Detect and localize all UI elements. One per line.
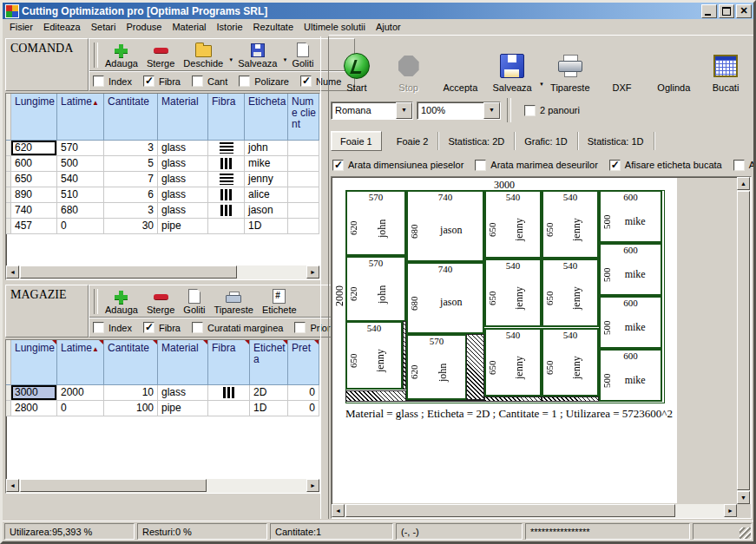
stop-button[interactable]: Stop — [383, 40, 435, 94]
table-cell[interactable]: 0 — [57, 219, 104, 234]
scroll-left-icon[interactable]: ◄ — [332, 504, 345, 517]
checkbox-icon[interactable] — [143, 75, 154, 87]
table-cell[interactable]: glass — [158, 203, 208, 219]
table-cell[interactable]: 30 — [104, 219, 158, 234]
menu-item-produse[interactable]: Produse — [121, 20, 167, 34]
table-cell[interactable]: 10 — [104, 385, 158, 401]
table-cell[interactable] — [288, 156, 319, 172]
table-cell[interactable] — [208, 401, 250, 416]
table-cell[interactable]: 510 — [57, 187, 104, 203]
dxf-button[interactable]: DXF — [596, 40, 648, 94]
table-cell[interactable]: 0 — [288, 385, 319, 401]
checkbox-icon[interactable] — [475, 160, 486, 171]
arata-marimea-deseurilor-checkbox[interactable]: Arata marimea deseurilor — [475, 160, 598, 171]
adauga-button[interactable]: Adauga — [101, 287, 142, 316]
language-combo[interactable]: Romana ▼ — [331, 102, 413, 120]
table-cell[interactable] — [208, 156, 245, 172]
table-cell[interactable]: alice — [245, 187, 288, 203]
tipareste-button[interactable]: Tipareste — [544, 40, 596, 94]
scroll-right-icon[interactable]: ► — [306, 479, 319, 492]
table-cell[interactable] — [288, 141, 319, 156]
scroll-left-icon[interactable]: ◄ — [6, 479, 19, 492]
diagram-horizontal-scrollbar[interactable]: ◄► — [332, 504, 737, 518]
resize-grip-icon[interactable] — [740, 528, 751, 539]
goliti-button[interactable]: Goliti — [179, 287, 209, 316]
column-header-material[interactable]: Material — [158, 94, 208, 141]
menu-item-ajutor[interactable]: Ajutor — [371, 20, 406, 34]
tab-statistica-2d[interactable]: Statistica: 2D — [438, 132, 515, 150]
checkbox-icon[interactable] — [93, 322, 104, 333]
column-header-eticheta[interactable]: Eticheta — [250, 340, 288, 385]
zoom-combo[interactable]: 100% ▼ — [417, 102, 501, 120]
arata-checkbox[interactable]: Arata — [733, 160, 753, 171]
scrollbar-thumb[interactable] — [20, 265, 237, 279]
piece-jenny[interactable]: 540650jenny — [484, 190, 542, 259]
table-cell[interactable]: glass — [158, 187, 208, 203]
scroll-left-icon[interactable]: ◄ — [6, 265, 19, 279]
table-cell[interactable] — [288, 219, 319, 234]
table-cell[interactable]: glass — [158, 385, 208, 401]
checkbox-icon[interactable] — [192, 322, 203, 333]
scroll-right-icon[interactable]: ► — [724, 504, 737, 517]
afisare-eticheta-bucata-checkbox[interactable]: Afisare eticheta bucata — [609, 160, 722, 171]
panel-splitter[interactable] — [320, 36, 329, 519]
salveaza-button[interactable]: Salveaza — [486, 40, 538, 94]
deschide-button[interactable]: Deschide — [179, 41, 227, 69]
menu-item-setari[interactable]: Setari — [86, 20, 122, 34]
two-panels-checkbox[interactable]: 2 panouri — [524, 105, 580, 116]
chevron-down-icon[interactable]: ▼ — [483, 102, 500, 119]
tab-grafic-1d[interactable]: Grafic: 1D — [515, 132, 578, 150]
accepta-button[interactable]: Accepta — [435, 40, 487, 94]
piece-jenny[interactable]: 540650jenny — [542, 190, 599, 259]
chevron-down-icon[interactable]: ▼ — [396, 102, 412, 119]
table-cell[interactable]: 1D — [250, 401, 288, 416]
scroll-track[interactable] — [675, 504, 724, 518]
close-button[interactable]: ✕ — [736, 4, 752, 18]
column-header-eticheta[interactable]: Eticheta — [245, 94, 288, 141]
menu-item-material[interactable]: Material — [167, 20, 211, 34]
table-cell[interactable] — [208, 219, 245, 234]
piece-mike[interactable]: 600500mike — [599, 190, 662, 243]
etichete-button[interactable]: Etichete — [258, 287, 301, 316]
table-cell[interactable]: jason — [245, 203, 288, 219]
piece-john[interactable]: 570620john — [345, 256, 406, 322]
title-bar[interactable]: Cutting Optimization pro [Optimal Progra… — [3, 3, 753, 19]
table-cell[interactable]: 2D — [250, 385, 288, 401]
piece-mike[interactable]: 600500mike — [599, 349, 662, 402]
piece-jenny[interactable]: 540650jenny — [484, 259, 542, 327]
piece-john[interactable]: 570620john — [406, 334, 467, 400]
scroll-right-icon[interactable]: ► — [306, 265, 319, 279]
index-checkbox[interactable]: Index — [93, 75, 132, 87]
table-cell[interactable]: 0 — [57, 401, 104, 416]
table-cell[interactable] — [208, 172, 245, 187]
sterge-button[interactable]: Sterge — [142, 41, 179, 69]
table-cell[interactable]: 1D — [245, 219, 288, 234]
menu-item-editeaza[interactable]: Editeaza — [38, 20, 86, 34]
table-cell[interactable] — [208, 385, 250, 401]
table-cell[interactable]: 650 — [11, 172, 57, 187]
piece-jenny[interactable]: 540650jenny — [484, 328, 542, 397]
table-cell[interactable]: 540 — [57, 172, 104, 187]
start-button[interactable]: Start — [331, 40, 383, 94]
column-header-nume-client[interactable]: Nume client — [288, 94, 319, 141]
column-header-lungime[interactable]: Lungime — [11, 94, 57, 141]
adauga-button[interactable]: Adauga — [101, 41, 142, 69]
piece-jenny[interactable]: 540650jenny — [345, 321, 403, 390]
tab-foaie-1[interactable]: Foaie 1 — [331, 131, 382, 151]
table-cell[interactable]: 100 — [104, 401, 158, 416]
checkbox-icon[interactable] — [93, 75, 104, 87]
menu-item-rezultate[interactable]: Rezultate — [248, 20, 299, 34]
table-cell[interactable]: glass — [158, 141, 208, 156]
piece-jenny[interactable]: 540650jenny — [542, 259, 599, 327]
scroll-track[interactable] — [207, 479, 306, 493]
piece-jenny[interactable]: 540650jenny — [542, 328, 599, 397]
checkbox-icon[interactable] — [733, 160, 745, 171]
table-cell[interactable]: 890 — [11, 187, 57, 203]
checkbox-icon[interactable] — [239, 75, 250, 87]
tab-statistica-1d[interactable]: Statistica: 1D — [578, 132, 654, 150]
checkbox-icon[interactable] — [143, 322, 154, 333]
maximize-button[interactable] — [719, 4, 734, 18]
table-cell[interactable] — [208, 187, 245, 203]
bucati-button[interactable]: Bucati — [700, 40, 752, 94]
table-cell[interactable]: 2000 — [57, 385, 104, 401]
